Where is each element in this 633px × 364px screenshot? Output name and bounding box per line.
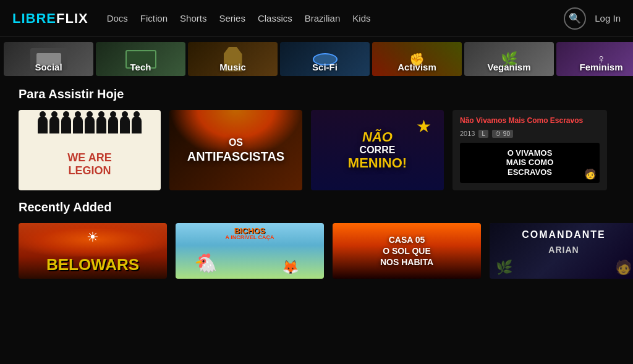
featured-title: Não Vivamos Mais Como Escravos <box>460 116 600 126</box>
belowars-title: BELOWARS <box>46 256 139 273</box>
search-button[interactable]: 🔍 <box>564 7 586 30</box>
movie-belowars[interactable]: ☀ BELOWARS <box>19 223 167 279</box>
movie-antifascistas[interactable]: OS ANTIFASCISTAS <box>169 110 302 190</box>
category-tech[interactable]: Tech <box>96 42 185 76</box>
watch-today-section: Para Assistir Hoje WE ARE LEGION <box>0 81 633 197</box>
movie-casa05[interactable]: CASA 05 O SOL QUE NOS HABITA <box>333 223 481 279</box>
recently-added-row: ☀ BELOWARS BICHOS A INCRÍVEL CAÇA 🐔 🦊 CA… <box>19 223 614 279</box>
category-feminism-label: Feminism <box>556 62 633 72</box>
antifascistas-text: OS ANTIFASCISTAS <box>187 137 284 163</box>
search-icon: 🔍 <box>569 12 581 24</box>
recently-added-section: Recently Added ☀ BELOWARS BICHOS A INCRÍ… <box>0 197 633 285</box>
logo[interactable]: LIBREFLIX <box>12 11 88 27</box>
watch-today-row: WE ARE LEGION OS ANTIFASCISTAS NÃO CORRE <box>19 110 614 190</box>
header-actions: 🔍 Log In <box>564 7 621 30</box>
watch-today-title: Para Assistir Hoje <box>19 87 614 101</box>
category-scifi-label: Sci-Fi <box>280 62 370 72</box>
category-veganism[interactable]: 🌿 Veganism <box>464 42 554 76</box>
category-bar: Social Tech Music Sci-Fi ✊ <box>0 37 633 81</box>
login-button[interactable]: Log In <box>595 13 621 23</box>
nav-fiction[interactable]: Fiction <box>140 13 168 23</box>
nav-shorts[interactable]: Shorts <box>180 13 206 23</box>
nav-docs[interactable]: Docs <box>107 13 128 23</box>
movie-comandante[interactable]: COMANDANTE ARIAN 🧑 🌿 <box>490 223 633 279</box>
logo-text: LIBRE <box>12 11 56 26</box>
main-nav: Docs Fiction Shorts Series Classics Braz… <box>107 13 564 23</box>
category-social-label: Social <box>4 62 93 72</box>
casa05-text: CASA 05 O SOL QUE NOS HABITA <box>380 234 433 268</box>
category-feminism[interactable]: ♀ Feminism <box>556 42 633 76</box>
nav-kids[interactable]: Kids <box>352 13 370 23</box>
vivamos-text: O VIVAMOS MAIS COMO ESCRAVOS <box>506 148 554 177</box>
category-social[interactable]: Social <box>4 42 93 76</box>
legion-text: WE ARE LEGION <box>19 151 161 178</box>
category-veganism-label: Veganism <box>464 62 554 72</box>
movie-nao-corre-menino[interactable]: NÃO CORRE MENINO! ★ <box>311 110 444 190</box>
movie-bichos[interactable]: BICHOS A INCRÍVEL CAÇA 🐔 🦊 <box>176 223 324 279</box>
movie-nao-vivamos-card[interactable]: Não Vivamos Mais Como Escravos 2013 L ⏱ … <box>452 110 607 190</box>
recently-added-title: Recently Added <box>19 200 614 214</box>
category-scifi[interactable]: Sci-Fi <box>280 42 370 76</box>
movie-we-are-legion[interactable]: WE ARE LEGION <box>19 110 161 190</box>
menino-text: NÃO CORRE MENINO! <box>348 130 407 171</box>
category-music-label: Music <box>188 62 278 72</box>
header: LIBREFLIX Docs Fiction Shorts Series Cla… <box>0 0 633 37</box>
logo-suffix: FLIX <box>56 11 88 26</box>
category-tech-label: Tech <box>96 62 185 72</box>
nav-series[interactable]: Series <box>219 13 245 23</box>
category-music[interactable]: Music <box>188 42 278 76</box>
nav-brazilian[interactable]: Brazilian <box>305 13 341 23</box>
nav-classics[interactable]: Classics <box>258 13 292 23</box>
category-activism-label: Activism <box>372 62 462 72</box>
featured-meta: 2013 L ⏱ 90 <box>460 130 600 138</box>
category-activism[interactable]: ✊ Activism <box>372 42 462 76</box>
